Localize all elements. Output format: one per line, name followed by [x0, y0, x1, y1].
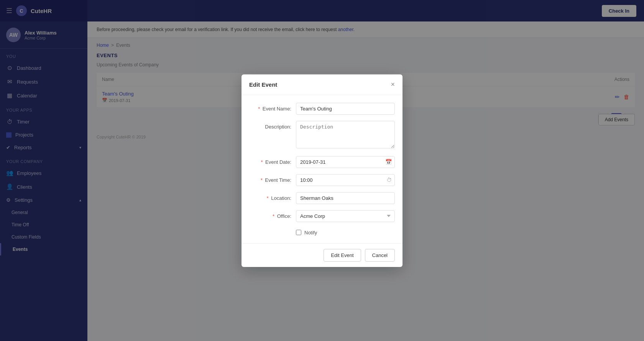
modal-body: * Event Name: Description: * Event Date:: [242, 95, 402, 243]
location-row: * Location:: [249, 192, 395, 204]
description-textarea[interactable]: [296, 121, 395, 148]
time-input-wrapper: ⏱: [296, 174, 395, 186]
notify-row: Notify: [249, 228, 395, 236]
event-time-field: ⏱: [296, 174, 395, 186]
event-name-field: [296, 103, 395, 115]
calendar-icon: 📅: [385, 159, 392, 165]
modal-close-button[interactable]: ×: [391, 81, 395, 89]
event-time-row: * Event Time: ⏱: [249, 174, 395, 186]
office-select[interactable]: Acme Corp: [296, 210, 395, 222]
required-marker: *: [258, 106, 260, 112]
modal-header: Edit Event ×: [242, 74, 402, 95]
edit-event-button[interactable]: Edit Event: [324, 249, 361, 262]
modal-overlay: Edit Event × * Event Name: Description:: [0, 0, 644, 341]
description-row: Description:: [249, 121, 395, 150]
event-name-input[interactable]: [296, 103, 395, 115]
location-label: * Location:: [249, 192, 291, 201]
event-time-input[interactable]: [296, 174, 395, 186]
notify-checkbox[interactable]: [296, 230, 301, 235]
event-date-field: 📅: [296, 156, 395, 168]
office-row: * Office: Acme Corp: [249, 210, 395, 222]
event-date-input[interactable]: [296, 156, 395, 168]
edit-event-modal: Edit Event × * Event Name: Description:: [242, 74, 402, 267]
date-input-wrapper: 📅: [296, 156, 395, 168]
description-field: [296, 121, 395, 150]
office-label: * Office:: [249, 210, 291, 219]
cancel-button[interactable]: Cancel: [365, 249, 395, 262]
location-field: [296, 192, 395, 204]
event-date-row: * Event Date: 📅: [249, 156, 395, 168]
event-name-row: * Event Name:: [249, 103, 395, 115]
clock-icon: ⏱: [386, 177, 392, 183]
location-input[interactable]: [296, 192, 395, 204]
modal-footer: Edit Event Cancel: [242, 243, 402, 267]
modal-title: Edit Event: [249, 81, 277, 88]
office-field: Acme Corp: [296, 210, 395, 222]
event-name-label: * Event Name:: [249, 103, 291, 112]
event-date-label: * Event Date:: [249, 156, 291, 165]
notify-label: Notify: [304, 230, 317, 236]
event-time-label: * Event Time:: [249, 174, 291, 183]
description-label: Description:: [249, 121, 291, 130]
